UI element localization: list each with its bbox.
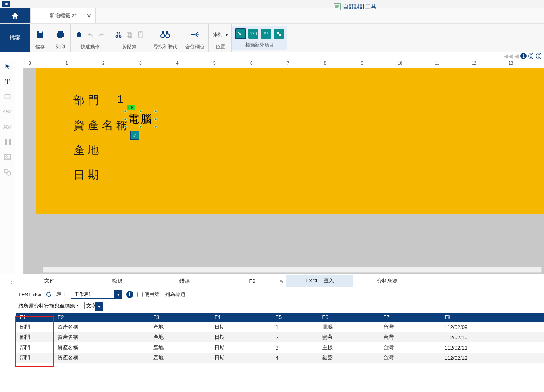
text-tool[interactable]: T [2, 77, 13, 86]
info-icon[interactable]: i [126, 291, 133, 298]
table-row[interactable]: 部門資產名稱產地日期1電腦台灣112/02/09 [16, 322, 544, 332]
table-row[interactable]: 部門資產名稱產地日期4鍵盤台灣112/02/12 [16, 353, 544, 363]
ribbon-tag-extra[interactable]: 123 A⁺ 標籤額外項目 [232, 26, 287, 50]
bottom-tabs: 文件 檢視 錯誤 F6✎ EXCEL 匯入 資料來源 [16, 274, 544, 288]
table-label: 表： [56, 291, 67, 298]
svg-point-25 [7, 171, 11, 175]
panel-drag-handle[interactable]: ⋮⋮ [0, 274, 16, 381]
horizontal-scrollbar[interactable] [43, 267, 542, 273]
close-tab-icon[interactable]: ✕ [87, 13, 91, 19]
page-2[interactable]: 2 [528, 53, 534, 59]
svg-point-13 [277, 32, 279, 34]
excel-filename: TEST.xlsx [18, 292, 41, 298]
canvas-dept-label[interactable]: 部門 [73, 93, 102, 108]
table-row[interactable]: 部門資產名稱產地日期3主機台灣112/02/11 [16, 342, 544, 353]
binoculars-icon [159, 29, 171, 40]
document-tab[interactable]: 新增標籤 2* ✕ [30, 8, 96, 23]
tab-error[interactable]: 錯誤 [151, 275, 218, 287]
titlebar [0, 0, 544, 8]
selection-field-tag: F6 [127, 105, 135, 110]
tab-view[interactable]: 檢視 [83, 275, 151, 287]
tab-document[interactable]: 文件 [16, 275, 83, 287]
selection-tool-icon[interactable]: ⤢ [130, 131, 139, 140]
svg-rect-11 [162, 31, 164, 34]
selected-asset-value[interactable]: 電腦 [125, 111, 156, 127]
canvas-dept-value[interactable]: 1 [117, 93, 123, 106]
home-tab[interactable] [0, 8, 30, 23]
canvas-origin-label[interactable]: 產地 [73, 143, 102, 158]
svg-rect-6 [128, 33, 132, 38]
canvas-date-label[interactable]: 日期 [73, 167, 102, 183]
svg-point-9 [161, 34, 165, 38]
page-3[interactable]: 3 [536, 53, 542, 59]
vertical-ruler [15, 68, 24, 274]
left-toolbar: T ABC AB¢ [0, 60, 15, 274]
svg-point-3 [116, 36, 118, 38]
tab-field[interactable]: F6✎ [218, 276, 286, 286]
horizontal-ruler: document.write(Array.from({length:15},(_… [15, 60, 544, 68]
table-header[interactable]: F2 [54, 313, 149, 322]
paste-icon [136, 30, 145, 39]
canvas-body[interactable]: 部門 1 資產名稱 產地 日期 F6 電腦 ⤢ [24, 68, 544, 265]
svg-rect-16 [4, 139, 4, 145]
svg-point-1 [5, 3, 8, 5]
tag-tool-4-icon[interactable] [274, 29, 284, 39]
table-row[interactable]: 部門資產名稱產地日期2螢幕台灣112/02/10 [16, 332, 544, 342]
table-header[interactable]: F1 [16, 313, 54, 322]
curved-text-tool[interactable]: ABC [2, 107, 13, 117]
document-tab-label: 新增標籤 2* [50, 12, 77, 19]
page-first-icon[interactable]: ◀◀ [504, 53, 513, 59]
barcode-tool[interactable] [2, 137, 13, 147]
svg-rect-17 [5, 139, 6, 145]
sheet-select[interactable]: 工作表1 ▼ [71, 290, 122, 299]
table-header[interactable]: F3 [149, 313, 210, 322]
label-canvas[interactable]: 部門 1 資產名稱 產地 日期 [36, 68, 544, 214]
redo-icon [97, 30, 106, 39]
tag-tool-2-icon[interactable]: 123 [248, 29, 258, 39]
ribbon-find-replace[interactable]: 尋找和取代 [149, 24, 181, 52]
svg-rect-15 [5, 95, 10, 99]
refresh-icon[interactable] [45, 291, 52, 298]
tab-data-source[interactable]: 資料來源 [353, 275, 421, 287]
bottom-panel: ⋮⋮ 文件 檢視 錯誤 F6✎ EXCEL 匯入 資料來源 TEST.xlsx … [0, 274, 544, 381]
shape-tool[interactable] [2, 167, 13, 177]
table-header[interactable]: F5 [272, 313, 318, 322]
tab-excel-import[interactable]: EXCEL 匯入 [286, 275, 353, 287]
page-1[interactable]: 1 [520, 53, 527, 59]
work-area: T ABC AB¢ document.write(Array.from({len… [0, 60, 544, 274]
ribbon-save[interactable]: 儲存 [30, 24, 50, 52]
file-button[interactable]: 檔案 [0, 24, 30, 52]
ribbon-merge-field[interactable]: 合併欄位 [181, 24, 209, 52]
merge-icon [189, 29, 201, 40]
svg-rect-8 [140, 31, 142, 33]
page-prev-icon[interactable]: ◀ [514, 53, 519, 59]
ribbon-arrange[interactable]: 排列▾ 位置 [209, 24, 232, 52]
tag-tool-1-icon[interactable] [235, 29, 246, 39]
svg-point-23 [6, 156, 7, 157]
table-header[interactable]: F4 [210, 313, 272, 322]
tag-tool-3-icon[interactable]: A⁺ [261, 29, 271, 39]
table-header[interactable]: F8 [440, 313, 544, 322]
first-row-header-checkbox[interactable]: 使用第一列為標題 [137, 291, 185, 298]
table-header[interactable]: F6 [318, 313, 380, 322]
table-header[interactable]: F7 [379, 313, 440, 322]
edit-icon[interactable]: ✎ [280, 279, 284, 284]
ribbon-print[interactable]: 列印 [50, 24, 71, 52]
tab-row: 新增標籤 2* ✕ [0, 8, 544, 24]
textbox-tool[interactable] [2, 92, 13, 102]
copy-icon [125, 30, 134, 39]
ribbon-quick-action[interactable]: 快速動作 [71, 24, 110, 52]
home-icon [11, 12, 19, 20]
image-tool[interactable] [2, 152, 13, 162]
svg-point-10 [166, 34, 170, 38]
richtext-tool[interactable]: AB¢ [2, 122, 13, 132]
cursor-tool[interactable] [2, 62, 13, 71]
drag-type-row: 將所需資料行拖曳至標籤： 文字 ▼ [16, 301, 544, 313]
canvas-asset-label[interactable]: 資產名稱 [73, 118, 131, 133]
drag-type-select[interactable]: 文字 ▼ [84, 302, 103, 309]
app-icon [1, 0, 12, 8]
svg-point-14 [279, 34, 281, 36]
custom-design-tool-link[interactable]: 自訂設計工具 [334, 3, 376, 10]
ribbon-clipboard[interactable]: 剪貼簿 [110, 24, 149, 52]
ribbon: 檔案 儲存 列印 快速動作 剪貼簿 尋 [0, 24, 544, 52]
